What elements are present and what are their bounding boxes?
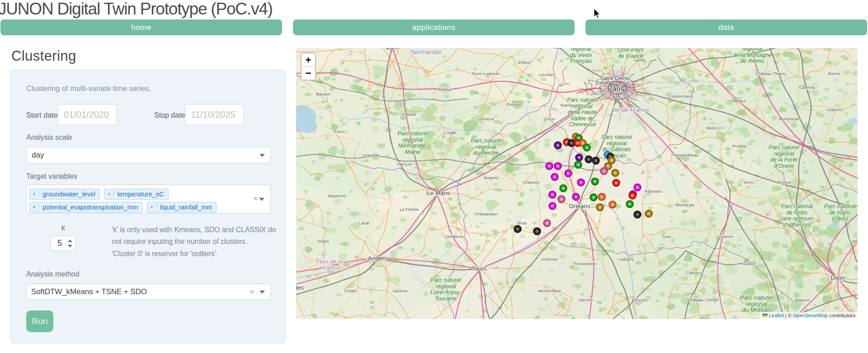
svg-text:Paris: Paris — [607, 85, 625, 93]
svg-text:Fontainebleau: Fontainebleau — [671, 153, 698, 157]
svg-text:tes: tes — [296, 284, 304, 291]
svg-text:Amboise: Amboise — [541, 257, 558, 262]
svg-text:Flers: Flers — [334, 129, 344, 134]
svg-text:Langres: Langres — [850, 239, 858, 243]
svg-text:Montrichard: Montrichard — [538, 288, 561, 293]
svg-text:Parc national: Parc national — [824, 203, 856, 210]
svg-text:Pithiviers: Pithiviers — [645, 189, 662, 194]
svg-text:Le Mans: Le Mans — [427, 190, 450, 196]
svg-text:d'adhésion): d'adhésion) — [783, 222, 811, 228]
svg-text:Montmirail: Montmirail — [779, 116, 799, 121]
svg-text:La Flèche: La Flèche — [400, 207, 419, 212]
svg-text:Château-Chinon: Château-Chinon — [687, 297, 718, 302]
svg-text:de forêts: de forêts — [787, 210, 808, 216]
svg-text:de la Haute: de la Haute — [568, 109, 597, 115]
svg-text:Mayenne: Mayenne — [328, 193, 345, 198]
svg-text:Chevreuse: Chevreuse — [569, 121, 596, 128]
svg-text:Parc naturel: Parc naturel — [471, 138, 502, 144]
svg-text:Châteaudun: Châteaudun — [474, 211, 498, 216]
svg-text:Verneuil: Verneuil — [478, 116, 494, 121]
svg-text:Aubigny: Aubigny — [618, 257, 634, 262]
svg-text:Vierzon: Vierzon — [578, 297, 593, 302]
svg-text:Oise-Pays: Oise-Pays — [618, 48, 644, 53]
svg-text:régional: régional — [403, 137, 424, 143]
svg-text:Sens: Sens — [743, 180, 753, 185]
svg-text:Parc naturel: Parc naturel — [601, 134, 632, 140]
svg-text:Melun: Melun — [706, 125, 718, 130]
svg-text:Touraine: Touraine — [435, 296, 457, 302]
svg-text:Caen: Caen — [385, 48, 399, 51]
svg-text:Châlons: Châlons — [826, 107, 842, 112]
svg-text:Senlis: Senlis — [634, 57, 646, 62]
svg-text:Parc naturel: Parc naturel — [769, 144, 800, 151]
svg-text:Segré: Segré — [317, 239, 329, 243]
svg-text:d'Orient: d'Orient — [774, 163, 794, 169]
svg-text:Loire: Loire — [323, 264, 336, 271]
svg-text:Chartres: Chartres — [523, 180, 540, 185]
svg-text:régional: régional — [436, 283, 457, 290]
svg-text:Maine: Maine — [405, 149, 420, 155]
svg-text:Montargis: Montargis — [675, 202, 694, 207]
svg-text:Coulommiers: Coulommiers — [668, 94, 693, 99]
svg-text:Gien: Gien — [662, 234, 671, 239]
svg-text:Vallée de: Vallée de — [571, 115, 594, 122]
svg-text:Île-de-France: Île-de-France — [613, 106, 649, 113]
svg-text:régional: régional — [607, 140, 627, 147]
svg-text:Parc naturel: Parc naturel — [430, 277, 462, 283]
svg-text:Auxerre: Auxerre — [718, 234, 733, 239]
svg-text:Saint-Denis: Saint-Denis — [599, 75, 630, 81]
svg-text:de Reims: de Reims — [741, 58, 764, 64]
svg-text:Rambouillet: Rambouillet — [561, 103, 584, 108]
svg-text:Avallon: Avallon — [741, 261, 755, 266]
svg-text:Loire-Anjou-: Loire-Anjou- — [430, 289, 461, 296]
svg-text:(cœur): (cœur) — [832, 215, 848, 222]
svg-text:Argentan: Argentan — [362, 153, 380, 157]
svg-text:Dreux: Dreux — [543, 116, 555, 121]
svg-text:Beaune: Beaune — [795, 297, 810, 302]
svg-text:Français: Français — [570, 58, 592, 64]
svg-text:Saumur: Saumur — [392, 288, 407, 293]
svg-text:L'Aigle: L'Aigle — [443, 130, 456, 135]
svg-text:Épernay: Épernay — [799, 85, 815, 90]
svg-text:Reims: Reims — [828, 71, 840, 76]
svg-text:Parc national: Parc national — [781, 203, 813, 210]
svg-text:Cholet: Cholet — [344, 288, 357, 293]
svg-text:Tours: Tours — [472, 265, 486, 272]
svg-text:régional: régional — [476, 144, 497, 150]
svg-text:du Vexin: du Vexin — [570, 52, 592, 58]
svg-text:Blois: Blois — [518, 220, 527, 225]
svg-text:Normandie: Normandie — [410, 48, 442, 56]
svg-text:Romorantin: Romorantin — [574, 261, 596, 266]
svg-text:de forêts: de forêts — [830, 210, 851, 216]
svg-text:Nogent: Nogent — [484, 175, 498, 180]
svg-text:(aire optimum: (aire optimum — [780, 215, 813, 222]
svg-text:du Perche: du Perche — [473, 150, 499, 156]
svg-text:Normandie-: Normandie- — [398, 143, 427, 149]
svg-text:Parc naturel: Parc naturel — [397, 130, 429, 137]
svg-text:Angers: Angers — [368, 255, 387, 262]
svg-text:de la Montagne: de la Montagne — [733, 52, 772, 58]
svg-text:Elbeuf: Elbeuf — [519, 60, 531, 65]
svg-text:Alençon: Alençon — [397, 162, 412, 167]
svg-text:Évreux: Évreux — [506, 102, 520, 107]
svg-text:Vendôme: Vendôme — [445, 234, 463, 239]
svg-text:Falaise: Falaise — [402, 112, 416, 117]
svg-text:Pays de la: Pays de la — [316, 258, 343, 265]
svg-text:Orléans: Orléans — [569, 203, 590, 210]
svg-text:Parc naturel: Parc naturel — [567, 97, 598, 103]
svg-text:Troyes: Troyes — [778, 180, 791, 185]
svg-text:Meaux: Meaux — [733, 98, 746, 103]
svg-text:Pont-Audemer: Pont-Audemer — [472, 71, 500, 76]
svg-text:Laval: Laval — [359, 220, 369, 225]
svg-text:Château-Thierry: Château-Thierry — [755, 71, 787, 76]
svg-text:régional: régional — [774, 151, 795, 157]
svg-text:Dijon: Dijon — [831, 274, 845, 281]
svg-text:de la Forêt: de la Forêt — [770, 157, 797, 163]
svg-text:Bourges: Bourges — [632, 297, 648, 302]
svg-text:Clamecy: Clamecy — [686, 270, 703, 275]
svg-text:Lisieux: Lisieux — [439, 87, 452, 92]
svg-text:Provins: Provins — [732, 143, 746, 148]
svg-text:Louviers: Louviers — [539, 72, 555, 77]
svg-text:Bayeux: Bayeux — [316, 91, 330, 96]
